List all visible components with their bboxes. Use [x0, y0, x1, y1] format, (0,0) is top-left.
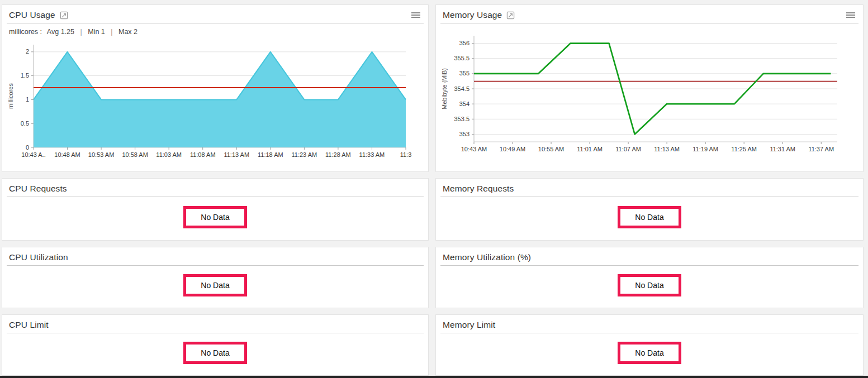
- svg-text:11:18 AM: 11:18 AM: [258, 151, 283, 158]
- panel-title: Memory Limit: [443, 320, 495, 330]
- svg-text:11:13 AM: 11:13 AM: [654, 146, 680, 152]
- bottom-bar: [0, 376, 868, 378]
- panel-title: Memory Usage: [443, 10, 502, 20]
- expand-chart-icon[interactable]: [60, 11, 68, 20]
- no-data-badge: No Data: [618, 274, 681, 296]
- panel-body: No Data: [436, 197, 863, 240]
- metrics-dashboard: CPU Usage millicores : Avg 1.25 | Min 1 …: [0, 0, 868, 376]
- panel-body: No Data: [436, 333, 863, 375]
- svg-text:0: 0: [26, 144, 29, 151]
- svg-text:11:13 AM: 11:13 AM: [224, 151, 249, 158]
- svg-text:11:01 AM: 11:01 AM: [577, 146, 603, 152]
- svg-text:11:28 AM: 11:28 AM: [325, 151, 351, 158]
- panel-cpu-usage-header: CPU Usage: [2, 5, 428, 23]
- svg-text:10:55 AM: 10:55 AM: [538, 146, 564, 152]
- panel-body: No Data: [2, 333, 428, 375]
- stats-max: Max 2: [118, 28, 137, 36]
- panel-title: Memory Utilization (%): [443, 252, 531, 262]
- svg-text:10:43 AM: 10:43 AM: [461, 146, 487, 152]
- panel-cpu-usage: CPU Usage millicores : Avg 1.25 | Min 1 …: [2, 4, 429, 172]
- svg-text:10:53 AM: 10:53 AM: [88, 151, 114, 158]
- stats-separator: |: [80, 28, 82, 36]
- stats-separator: |: [111, 28, 112, 36]
- svg-text:1: 1: [26, 96, 29, 103]
- panel-cpu-utilization-header: CPU Utilization: [2, 247, 428, 265]
- svg-text:354.5: 354.5: [454, 85, 469, 92]
- panel-memory-limit-header: Memory Limit: [436, 315, 863, 333]
- svg-text:11:07 AM: 11:07 AM: [615, 146, 641, 152]
- svg-text:11:37 AM: 11:37 AM: [808, 146, 834, 152]
- svg-text:11:23 AM: 11:23 AM: [292, 151, 317, 158]
- cpu-usage-chart[interactable]: 00.511.5210:43 A..10:48 AM10:53 AM10:58 …: [6, 38, 426, 165]
- panel-memory-requests: Memory Requests No Data: [435, 178, 864, 241]
- stats-unit-label: millicores :: [9, 28, 42, 36]
- svg-text:353: 353: [459, 131, 469, 137]
- panel-memory-requests-header: Memory Requests: [436, 179, 863, 197]
- svg-text:354: 354: [459, 101, 469, 107]
- expand-chart-icon[interactable]: [506, 11, 515, 20]
- svg-text:11:3: 11:3: [400, 151, 412, 158]
- no-data-badge: No Data: [618, 206, 681, 228]
- no-data-badge: No Data: [183, 342, 246, 364]
- svg-text:11:31 AM: 11:31 AM: [770, 146, 795, 152]
- svg-text:2: 2: [26, 48, 29, 55]
- svg-text:11:03 AM: 11:03 AM: [156, 151, 182, 158]
- panel-memory-utilization: Memory Utilization (%) No Data: [435, 247, 864, 308]
- chart-stats: millicores : Avg 1.25 | Min 1 | Max 2: [2, 23, 428, 37]
- stats-min: Min 1: [88, 28, 105, 36]
- panel-cpu-requests-header: CPU Requests: [2, 179, 428, 197]
- svg-text:11:08 AM: 11:08 AM: [190, 151, 216, 158]
- panel-memory-usage: Memory Usage 353353.5354354.5355355.5356…: [435, 4, 864, 172]
- panel-body: No Data: [2, 197, 428, 240]
- svg-text:355.5: 355.5: [454, 55, 469, 61]
- panel-cpu-limit: CPU Limit No Data: [2, 314, 429, 376]
- no-data-badge: No Data: [618, 342, 681, 364]
- panel-title: Memory Requests: [443, 184, 514, 194]
- memory-usage-chart-area: 353353.5354354.5355355.535610:43 AM10:49…: [436, 23, 863, 171]
- svg-text:1.5: 1.5: [21, 72, 29, 79]
- stats-avg: Avg 1.25: [47, 28, 74, 36]
- svg-text:10:43 A..: 10:43 A..: [21, 151, 45, 158]
- panel-cpu-utilization: CPU Utilization No Data: [2, 247, 429, 308]
- svg-text:11:33 AM: 11:33 AM: [359, 151, 385, 158]
- panel-memory-limit: Memory Limit No Data: [435, 314, 864, 376]
- panel-body: No Data: [436, 266, 863, 308]
- svg-text:Mebibyte (MiB): Mebibyte (MiB): [441, 68, 448, 109]
- chart-menu-icon[interactable]: [411, 11, 420, 20]
- svg-text:10:49 AM: 10:49 AM: [500, 146, 525, 152]
- svg-text:millicores: millicores: [7, 83, 14, 109]
- panel-title: CPU Utilization: [9, 252, 68, 262]
- chart-menu-icon[interactable]: [846, 11, 855, 20]
- no-data-badge: No Data: [183, 274, 246, 296]
- cpu-usage-chart-area: 00.511.5210:43 A..10:48 AM10:53 AM10:58 …: [2, 37, 428, 171]
- svg-text:353.5: 353.5: [454, 116, 469, 122]
- svg-text:10:48 AM: 10:48 AM: [54, 151, 80, 158]
- panel-title: CPU Usage: [9, 10, 55, 20]
- svg-text:0.5: 0.5: [21, 120, 29, 127]
- svg-text:10:58 AM: 10:58 AM: [122, 151, 148, 158]
- svg-text:356: 356: [459, 40, 469, 46]
- svg-text:355: 355: [459, 70, 469, 76]
- panel-cpu-limit-header: CPU Limit: [2, 315, 428, 333]
- memory-usage-chart[interactable]: 353353.5354354.5355355.535610:43 AM10:49…: [438, 28, 863, 165]
- panel-title: CPU Limit: [9, 320, 49, 330]
- panel-memory-usage-header: Memory Usage: [436, 5, 863, 23]
- svg-text:11:19 AM: 11:19 AM: [692, 146, 718, 152]
- panel-body: No Data: [2, 266, 428, 308]
- svg-text:11:25 AM: 11:25 AM: [731, 146, 757, 152]
- panel-memory-utilization-header: Memory Utilization (%): [436, 247, 863, 265]
- panel-cpu-requests: CPU Requests No Data: [2, 178, 429, 241]
- no-data-badge: No Data: [183, 206, 246, 228]
- panel-title: CPU Requests: [9, 184, 67, 194]
